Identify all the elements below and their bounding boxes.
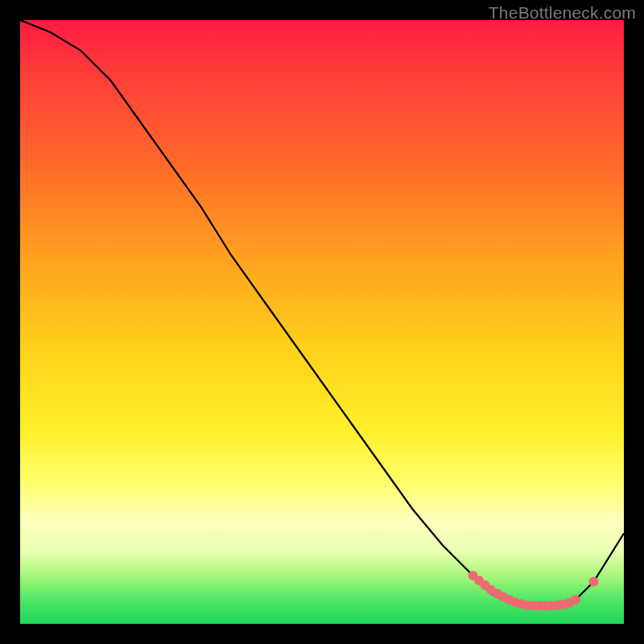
- chart-stage: TheBottleneck.com: [0, 0, 644, 644]
- plot-area: [20, 20, 624, 624]
- chart-svg: [20, 20, 624, 624]
- bottleneck-curve: [20, 20, 624, 606]
- curve-data-points: [469, 571, 599, 611]
- data-point: [571, 595, 580, 605]
- data-point: [589, 577, 599, 587]
